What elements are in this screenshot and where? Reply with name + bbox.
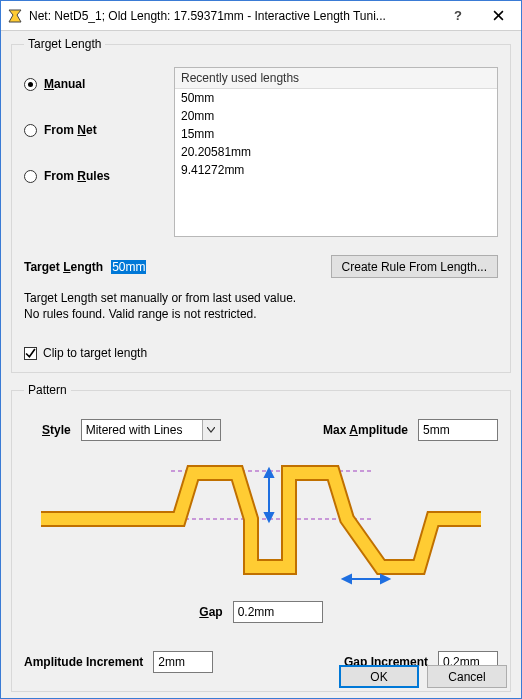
radio-from-rules-dot bbox=[24, 170, 37, 183]
recent-lengths-list[interactable]: Recently used lengths 50mm 20mm 15mm 20.… bbox=[174, 67, 498, 237]
recent-item[interactable]: 20.20581mm bbox=[175, 143, 497, 161]
chevron-down-icon bbox=[202, 420, 220, 440]
radio-from-rules[interactable]: From Rules bbox=[24, 169, 174, 183]
window-title: Net: NetD5_1; Old Length: 17.59371mm - I… bbox=[29, 9, 440, 23]
recent-item[interactable]: 9.41272mm bbox=[175, 161, 497, 179]
svg-marker-4 bbox=[265, 469, 273, 477]
svg-marker-5 bbox=[265, 513, 273, 521]
content: Target Length Manual From Net From Rules bbox=[1, 31, 521, 699]
target-length-label: Target Length bbox=[24, 260, 103, 274]
ok-button[interactable]: OK bbox=[339, 665, 419, 688]
clip-checkbox-box bbox=[24, 347, 37, 360]
radio-from-net-dot bbox=[24, 124, 37, 137]
style-label: Style bbox=[42, 423, 71, 437]
style-combobox[interactable]: Mitered with Lines bbox=[81, 419, 221, 441]
amplitude-increment-label: Amplitude Increment bbox=[24, 655, 143, 669]
svg-marker-0 bbox=[9, 10, 21, 22]
amplitude-increment-input[interactable] bbox=[153, 651, 213, 673]
app-icon bbox=[7, 8, 23, 24]
gap-label: Gap bbox=[199, 605, 222, 619]
max-amplitude-label: Max Amplitude bbox=[323, 423, 408, 437]
recent-item[interactable]: 20mm bbox=[175, 107, 497, 125]
dialog-window: Net: NetD5_1; Old Length: 17.59371mm - I… bbox=[0, 0, 522, 699]
target-length-legend: Target Length bbox=[24, 37, 105, 51]
max-amplitude-input[interactable] bbox=[418, 419, 498, 441]
create-rule-button[interactable]: Create Rule From Length... bbox=[331, 255, 498, 278]
clip-checkbox[interactable]: Clip to target length bbox=[24, 346, 498, 360]
target-length-group: Target Length Manual From Net From Rules bbox=[11, 37, 511, 373]
target-mode-radios: Manual From Net From Rules bbox=[24, 67, 174, 183]
recent-item[interactable]: 15mm bbox=[175, 125, 497, 143]
gap-input[interactable] bbox=[233, 601, 323, 623]
clip-label: Clip to target length bbox=[43, 346, 147, 360]
radio-from-net[interactable]: From Net bbox=[24, 123, 174, 137]
pattern-group: Pattern Style Mitered with Lines Max Amp… bbox=[11, 383, 511, 692]
recent-item[interactable]: 50mm bbox=[175, 89, 497, 107]
radio-manual-dot bbox=[24, 78, 37, 91]
svg-marker-7 bbox=[343, 575, 351, 583]
help-button[interactable]: ? bbox=[440, 1, 476, 31]
titlebar: Net: NetD5_1; Old Length: 17.59371mm - I… bbox=[1, 1, 521, 31]
pattern-legend: Pattern bbox=[24, 383, 71, 397]
close-button[interactable] bbox=[476, 1, 521, 31]
cancel-button[interactable]: Cancel bbox=[427, 665, 507, 688]
target-length-message: Target Length set manually or from last … bbox=[24, 290, 498, 322]
dialog-footer: OK Cancel bbox=[339, 665, 507, 688]
trombone-diagram bbox=[24, 461, 498, 591]
target-length-input[interactable]: 50mm bbox=[111, 260, 251, 274]
radio-manual[interactable]: Manual bbox=[24, 77, 174, 91]
svg-marker-8 bbox=[381, 575, 389, 583]
recent-header: Recently used lengths bbox=[175, 68, 497, 89]
